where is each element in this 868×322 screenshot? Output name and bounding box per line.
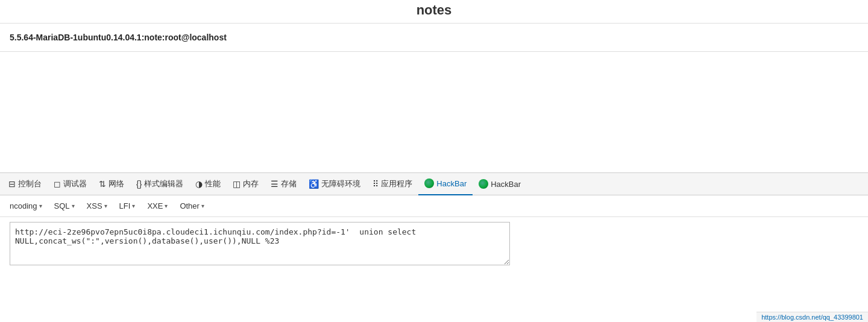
accessibility-label: 无障碍环境 (321, 178, 360, 189)
performance-icon: ◑ (195, 179, 203, 189)
hackbar-input-area: http://eci-2ze96pvo7epn5uc0i8pa.cloudeci… (0, 217, 868, 273)
storage-label: 存储 (281, 178, 297, 189)
db-info-text: 5.5.64-MariaDB-1ubuntu0.14.04.1:note:roo… (10, 33, 227, 42)
devtools-style-editor-btn[interactable]: {} 样式编辑器 (130, 172, 189, 195)
xss-label: XSS (87, 201, 102, 210)
devtools-toolbar: ⊟ 控制台 ◻ 调试器 ⇅ 网络 {} 样式编辑器 ◑ 性能 ◫ 内存 ☰ 存储… (0, 172, 868, 195)
hackbar1-btn[interactable]: HackBar (418, 172, 473, 195)
memory-icon: ◫ (233, 179, 241, 189)
lfi-menu-btn[interactable]: LFI ▾ (115, 199, 140, 213)
other-arrow-icon: ▾ (201, 203, 204, 209)
devtools-console-btn[interactable]: ⊟ 控制台 (2, 172, 48, 195)
performance-label: 性能 (205, 178, 221, 189)
other-label: Other (180, 201, 200, 210)
encoding-arrow-icon: ▾ (39, 203, 42, 209)
hackbar1-label: HackBar (436, 179, 467, 188)
sql-menu-btn[interactable]: SQL ▾ (49, 199, 80, 213)
debugger-icon: ◻ (54, 179, 61, 189)
storage-icon: ☰ (271, 179, 278, 189)
bottom-statusbar: https://blog.csdn.net/qq_43399801 (756, 312, 868, 322)
network-label: 网络 (108, 178, 124, 189)
console-icon: ⊟ (8, 179, 16, 189)
devtools-memory-btn[interactable]: ◫ 内存 (227, 172, 265, 195)
xxe-arrow-icon: ▾ (165, 203, 168, 209)
devtools-network-btn[interactable]: ⇅ 网络 (93, 172, 130, 195)
statusbar-link[interactable]: https://blog.csdn.net/qq_43399801 (761, 314, 863, 321)
hackbar-secondary-toolbar: ncoding ▾ SQL ▾ XSS ▾ LFI ▾ XXE ▾ Other … (0, 195, 868, 217)
hackbar2-icon (479, 179, 488, 189)
accessibility-icon: ♿ (309, 179, 319, 189)
hackbar-url-textarea[interactable]: http://eci-2ze96pvo7epn5uc0i8pa.cloudeci… (10, 222, 510, 265)
xxe-label: XXE (147, 201, 163, 210)
sql-label: SQL (54, 201, 70, 210)
page-title: notes (0, 2, 868, 18)
lfi-label: LFI (119, 201, 131, 210)
style-editor-label: 样式编辑器 (144, 178, 183, 189)
devtools-accessibility-btn[interactable]: ♿ 无障碍环境 (303, 172, 366, 195)
style-editor-icon: {} (136, 179, 142, 189)
memory-label: 内存 (243, 178, 259, 189)
main-content (0, 52, 868, 172)
xxe-menu-btn[interactable]: XXE ▾ (142, 199, 172, 213)
hackbar1-icon (424, 178, 434, 188)
encoding-label: ncoding (10, 201, 37, 210)
page-title-bar: notes (0, 0, 868, 24)
console-label: 控制台 (18, 178, 42, 189)
devtools-debugger-btn[interactable]: ◻ 调试器 (48, 172, 93, 195)
devtools-storage-btn[interactable]: ☰ 存储 (265, 172, 303, 195)
lfi-arrow-icon: ▾ (132, 203, 135, 209)
sql-arrow-icon: ▾ (72, 203, 75, 209)
network-icon: ⇅ (99, 179, 106, 189)
hackbar2-label: HackBar (491, 180, 521, 189)
hackbar2-btn[interactable]: HackBar (473, 172, 527, 195)
devtools-performance-btn[interactable]: ◑ 性能 (189, 172, 227, 195)
apps-label: 应用程序 (381, 178, 412, 189)
apps-icon: ⠿ (373, 179, 379, 189)
xss-menu-btn[interactable]: XSS ▾ (82, 199, 112, 213)
debugger-label: 调试器 (63, 178, 87, 189)
other-menu-btn[interactable]: Other ▾ (175, 199, 209, 213)
devtools-apps-btn[interactable]: ⠿ 应用程序 (366, 172, 418, 195)
db-info-bar: 5.5.64-MariaDB-1ubuntu0.14.04.1:note:roo… (0, 24, 868, 52)
xss-arrow-icon: ▾ (104, 203, 107, 209)
encoding-menu-btn[interactable]: ncoding ▾ (5, 199, 47, 213)
